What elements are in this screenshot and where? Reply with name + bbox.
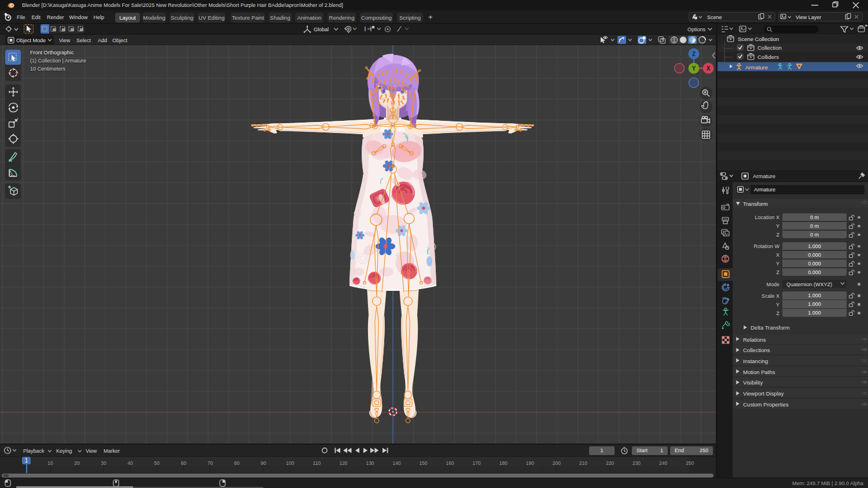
svg-text:Armature: Armature — [745, 64, 768, 71]
svg-text:Colliders: Colliders — [757, 54, 779, 60]
svg-text:Scene Collection: Scene Collection — [738, 36, 779, 42]
svg-text:Armature: Armature — [753, 173, 775, 179]
svg-text:Collection: Collection — [757, 45, 782, 51]
